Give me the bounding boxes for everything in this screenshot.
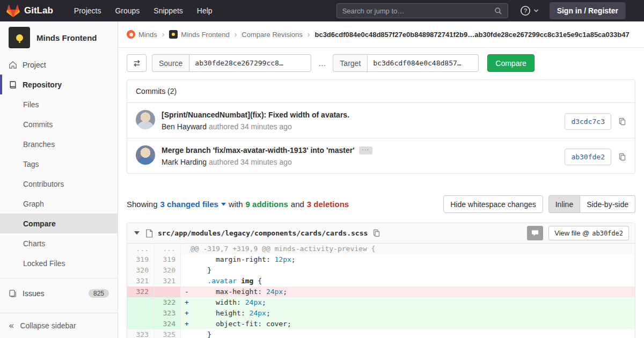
diff-line-code: } <box>191 265 635 276</box>
sidebar-project-header[interactable]: Minds Frontend <box>0 21 118 55</box>
diff-line-number-new[interactable]: 321 <box>154 276 181 286</box>
commit-sha-button[interactable]: d3cdc7c3 <box>565 113 611 130</box>
commits-header: Commits (2) <box>127 80 635 103</box>
collapse-chevrons-icon: « <box>9 321 14 330</box>
sidebar: Minds Frontend Project Repository FilesC… <box>0 21 118 338</box>
sidebar-item-graph[interactable]: Graph <box>0 194 118 214</box>
home-icon <box>9 61 17 69</box>
sidebar-item-project[interactable]: Project <box>0 55 118 75</box>
diff-line-number-old[interactable]: 320 <box>127 265 154 276</box>
commit-row: [Sprint/NuancedNumbat](fix): Fixed width… <box>127 103 635 138</box>
commit-author-link[interactable]: Mark Harding <box>162 158 207 166</box>
search-input[interactable] <box>342 7 490 15</box>
diff-line-number-new[interactable]: 324 <box>154 319 181 329</box>
issues-count-badge: 825 <box>89 289 109 298</box>
diff-line-code: margin-right: 12px; <box>191 254 635 265</box>
hide-whitespace-button[interactable]: Hide whitespace changes <box>443 195 543 213</box>
inline-view-button[interactable]: Inline <box>548 195 580 213</box>
commit-expand-button[interactable]: ··· <box>359 146 372 155</box>
sidebar-item-issues[interactable]: Issues 825 <box>0 283 118 303</box>
diff-line-sign: - <box>181 286 191 297</box>
target-ref-input[interactable] <box>367 54 479 72</box>
diff-line-number-old[interactable] <box>127 308 154 319</box>
sign-in-register-button[interactable]: Sign in / Register <box>550 2 626 19</box>
sidebar-item-tags[interactable]: Tags <box>0 154 118 174</box>
changed-files-dropdown[interactable]: 3 changed files <box>160 200 226 209</box>
commit-author-avatar[interactable] <box>136 145 155 165</box>
nav-link-groups[interactable]: Groups <box>108 0 147 21</box>
diff-line-number-new[interactable] <box>154 286 181 297</box>
copy-sha-button[interactable] <box>618 117 626 126</box>
with-label: with <box>229 200 243 209</box>
diff-line-code: height: 24px; <box>191 308 635 319</box>
diff-line-number-old[interactable]: ... <box>127 244 154 254</box>
collapse-sidebar-button[interactable]: « Collapse sidebar <box>0 313 118 338</box>
target-input-group: Target <box>333 54 479 72</box>
swap-arrows-icon <box>133 59 141 68</box>
commit-author-link[interactable]: Ben Hayward <box>162 122 207 131</box>
diff-line-code: object-fit: cover; <box>191 319 635 329</box>
commit-author-avatar[interactable] <box>136 110 155 129</box>
diff-line-number-old[interactable] <box>127 319 154 329</box>
diff-line-number-new[interactable]: 322 <box>154 297 181 308</box>
commit-sha-button[interactable]: ab30fde2 <box>565 149 611 165</box>
commit-title: Merge branch 'fix/max-avatar-width-1913'… <box>162 146 556 155</box>
breadcrumb-compare-revisions[interactable]: Compare Revisions <box>241 31 302 39</box>
source-ref-input[interactable] <box>189 54 311 72</box>
sidebar-item-locked-files[interactable]: Locked Files <box>0 253 118 273</box>
diff-line-number-new[interactable]: ... <box>154 244 181 254</box>
breadcrumb: Minds › Minds Frontend › Compare Revisio… <box>118 21 644 48</box>
copy-icon <box>618 117 626 126</box>
diff-line-number-new[interactable]: 320 <box>154 265 181 276</box>
view-file-button[interactable]: View file @ ab30fde2 <box>548 226 629 240</box>
file-icon <box>145 229 153 238</box>
diff-line-number-new[interactable]: 319 <box>154 254 181 265</box>
caret-down-icon <box>221 203 226 206</box>
copy-file-path-button[interactable] <box>372 229 380 237</box>
sidebar-item-charts[interactable]: Charts <box>0 233 118 253</box>
sidebar-item-contributors[interactable]: Contributors <box>0 174 118 194</box>
breadcrumb-project[interactable]: Minds Frontend <box>169 30 229 39</box>
search-box[interactable] <box>336 3 508 18</box>
toggle-comments-button[interactable] <box>527 226 543 240</box>
breadcrumb-group[interactable]: Minds <box>127 30 157 39</box>
diff-line-number-old[interactable]: 321 <box>127 276 154 286</box>
compare-button[interactable]: Compare <box>487 54 535 72</box>
sidebar-item-commits[interactable]: Commits <box>0 114 118 134</box>
collapse-file-button[interactable] <box>133 231 141 235</box>
chevron-down-icon <box>134 231 140 235</box>
diff-line-number-old[interactable] <box>127 297 154 308</box>
commit-body: [Sprint/NuancedNumbat](fix): Fixed width… <box>162 110 556 131</box>
diff-line-number-new[interactable]: 325 <box>154 329 181 338</box>
commit-title-link[interactable]: [Sprint/NuancedNumbat](fix): Fixed width… <box>162 111 349 119</box>
diff-line-number-old[interactable]: 323 <box>127 329 154 338</box>
search-icon[interactable] <box>494 7 502 15</box>
breadcrumb-separator: › <box>235 30 237 39</box>
diff-line-number-old[interactable]: 319 <box>127 254 154 265</box>
diff-line-sign <box>181 276 191 286</box>
side-by-side-view-button[interactable]: Side-by-side <box>580 195 635 213</box>
breadcrumb-current-sha-range: bc3d6cdf084e0c48d857f27e0b8489872741f2b9… <box>314 31 629 39</box>
file-path[interactable]: src/app/modules/legacy/components/cards/… <box>158 229 368 237</box>
nav-link-projects[interactable]: Projects <box>67 0 108 21</box>
sidebar-item-files[interactable]: Files <box>0 94 118 114</box>
breadcrumb-label: Minds <box>138 31 157 39</box>
sidebar-item-compare[interactable]: Compare <box>0 214 118 233</box>
diff-view-controls: Hide whitespace changes Inline Side-by-s… <box>443 195 635 213</box>
sidebar-item-branches[interactable]: Branches <box>0 134 118 154</box>
swap-revisions-button[interactable] <box>127 54 147 72</box>
diff-line-number-old[interactable]: 322 <box>127 286 154 297</box>
commit-title-link[interactable]: Merge branch 'fix/max-avatar-width-1913'… <box>162 146 355 155</box>
view-file-label: View file @ <box>554 229 589 237</box>
nav-link-snippets[interactable]: Snippets <box>147 0 189 21</box>
diff-line: 323+ height: 24px; <box>127 308 635 319</box>
diff-file-panel: src/app/modules/legacy/components/cards/… <box>127 223 635 338</box>
gitlab-logo[interactable]: GitLab <box>6 4 53 18</box>
diff-line-code: max-height: 24px; <box>191 286 635 297</box>
help-menu[interactable]: ? <box>520 5 539 16</box>
diff-line-number-new[interactable]: 323 <box>154 308 181 319</box>
sidebar-item-repository[interactable]: Repository <box>0 75 118 94</box>
nav-link-help[interactable]: Help <box>190 0 219 21</box>
copy-sha-button[interactable] <box>618 153 626 161</box>
diff-file-actions: View file @ ab30fde2 <box>527 226 629 240</box>
